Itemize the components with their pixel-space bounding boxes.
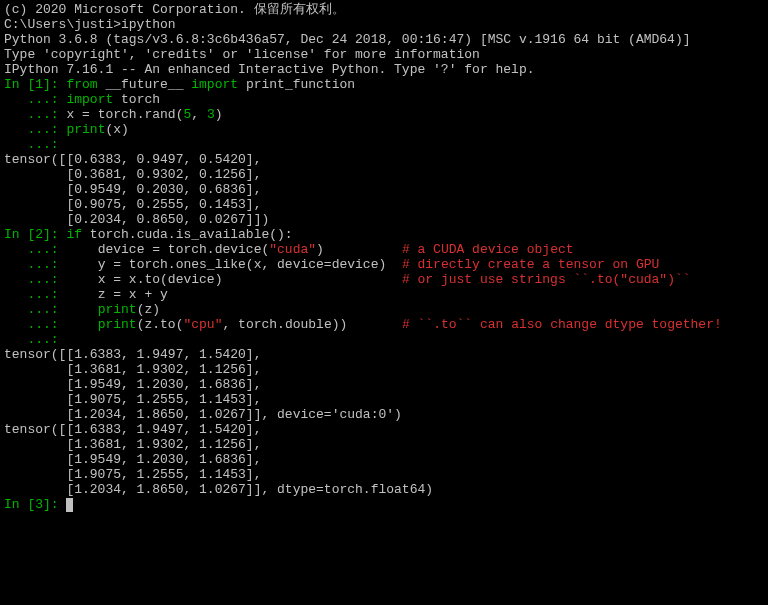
- code: , torch.double)): [222, 317, 401, 332]
- prompt-cont: ...:: [4, 332, 66, 347]
- print-call: print: [66, 122, 105, 137]
- comment: # or just use strings ``.to("cuda")``: [402, 272, 691, 287]
- print-arg: (z): [137, 302, 160, 317]
- out2-tensor-row: [1.9549, 1.2030, 1.6836],: [4, 377, 764, 392]
- out1-tensor-row: [0.9549, 0.2030, 0.6836],: [4, 182, 764, 197]
- prompt-cont: ...:: [4, 242, 66, 257]
- condition: torch.cuda.is_available():: [82, 227, 293, 242]
- out2-tensor-row: [1.2034, 1.8650, 1.0267]], dtype=torch.f…: [4, 482, 764, 497]
- prompt-cont: ...:: [4, 317, 66, 332]
- out1-tensor-row: [0.3681, 0.9302, 0.1256],: [4, 167, 764, 182]
- out2-tensor-row: tensor([[1.6383, 1.9497, 1.5420],: [4, 347, 764, 362]
- out2-tensor-row: [1.9075, 1.2555, 1.1453],: [4, 392, 764, 407]
- cursor-icon: [66, 498, 73, 512]
- string-cpu: "cpu": [183, 317, 222, 332]
- in2-line4: ...: x = x.to(device) # or just use stri…: [4, 272, 764, 287]
- comment: # directly create a tensor on GPU: [402, 257, 659, 272]
- ipython-version-line: IPython 7.16.1 -- An enhanced Interactiv…: [4, 62, 764, 77]
- out1-tensor-row: [0.2034, 0.8650, 0.0267]]): [4, 212, 764, 227]
- out2-tensor-row: [1.3681, 1.9302, 1.1256],: [4, 437, 764, 452]
- out2-tensor-row: [1.9549, 1.2030, 1.6836],: [4, 452, 764, 467]
- in1-line2: ...: import torch: [4, 92, 764, 107]
- in2-line1: In [2]: if torch.cuda.is_available():: [4, 227, 764, 242]
- text: print_function: [238, 77, 355, 92]
- out2-tensor-row: [1.3681, 1.9302, 1.1256],: [4, 362, 764, 377]
- in1-line4: ...: print(x): [4, 122, 764, 137]
- type-info-line: Type 'copyright', 'credits' or 'license'…: [4, 47, 764, 62]
- number-3: 3: [207, 107, 215, 122]
- copyright-line: (c) 2020 Microsoft Corporation. 保留所有权利。: [4, 2, 764, 17]
- print-arg: (x): [105, 122, 128, 137]
- prompt-cont: ...:: [4, 287, 66, 302]
- out1-tensor-row: tensor([[0.6383, 0.9497, 0.5420],: [4, 152, 764, 167]
- prompt-in2: In [2]:: [4, 227, 66, 242]
- prompt-in1: In [1]:: [4, 77, 66, 92]
- prompt-cont: ...:: [4, 92, 66, 107]
- kw-from: from: [66, 77, 97, 92]
- string-cuda: "cuda": [269, 242, 316, 257]
- code: device = torch.device(: [66, 242, 269, 257]
- kw-import: import: [191, 77, 238, 92]
- prompt-cont: ...:: [4, 302, 66, 317]
- in2-line5: ...: z = x + y: [4, 287, 764, 302]
- paren: ): [215, 107, 223, 122]
- prompt-cont: ...:: [4, 107, 66, 122]
- code: x = torch.rand(: [66, 107, 183, 122]
- kw-if: if: [66, 227, 82, 242]
- in2-line8: ...:: [4, 332, 764, 347]
- python-version-line: Python 3.6.8 (tags/v3.6.8:3c6b436a57, De…: [4, 32, 764, 47]
- in3-line[interactable]: In [3]:: [4, 497, 764, 512]
- in1-line1: In [1]: from __future__ import print_fun…: [4, 77, 764, 92]
- kw-import: import: [66, 92, 113, 107]
- prompt-cont: ...:: [4, 257, 66, 272]
- code: x = x.to(device): [66, 272, 401, 287]
- in2-line3: ...: y = torch.ones_like(x, device=devic…: [4, 257, 764, 272]
- out2-tensor-row: tensor([[1.6383, 1.9497, 1.5420],: [4, 422, 764, 437]
- prompt-in3: In [3]:: [4, 497, 66, 512]
- comment: # a CUDA device object: [402, 242, 574, 257]
- out2-tensor-row: [1.9075, 1.2555, 1.1453],: [4, 467, 764, 482]
- in2-line2: ...: device = torch.device("cuda") # a C…: [4, 242, 764, 257]
- in2-line6: ...: print(z): [4, 302, 764, 317]
- code: y = torch.ones_like(x, device=device): [66, 257, 401, 272]
- module-future: __future__: [98, 77, 192, 92]
- code: (z.to(: [137, 317, 184, 332]
- code: ): [316, 242, 402, 257]
- prompt-cont: ...:: [4, 122, 66, 137]
- cmd-prompt-line: C:\Users\justi>ipython: [4, 17, 764, 32]
- comma: ,: [191, 107, 207, 122]
- indent: [66, 317, 97, 332]
- out2-tensor-row: [1.2034, 1.8650, 1.0267]], device='cuda:…: [4, 407, 764, 422]
- print-call: print: [98, 302, 137, 317]
- module-torch: torch: [113, 92, 160, 107]
- prompt-cont: ...:: [4, 137, 66, 152]
- indent: [66, 302, 97, 317]
- in1-line3: ...: x = torch.rand(5, 3): [4, 107, 764, 122]
- code: z = x + y: [66, 287, 167, 302]
- prompt-cont: ...:: [4, 272, 66, 287]
- print-call: print: [98, 317, 137, 332]
- comment: # ``.to`` can also change dtype together…: [402, 317, 722, 332]
- in1-line5: ...:: [4, 137, 764, 152]
- out1-tensor-row: [0.9075, 0.2555, 0.1453],: [4, 197, 764, 212]
- in2-line7: ...: print(z.to("cpu", torch.double)) # …: [4, 317, 764, 332]
- terminal-output: (c) 2020 Microsoft Corporation. 保留所有权利。 …: [4, 2, 764, 512]
